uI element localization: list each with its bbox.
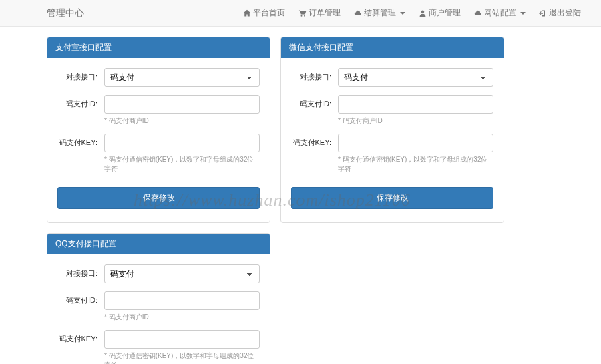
wechat-key-label: 码支付KEY: <box>291 134 338 148</box>
alipay-interface-label: 对接接口: <box>57 68 104 82</box>
svg-point-1 <box>304 15 305 16</box>
logout-icon <box>539 9 547 17</box>
wechat-panel-body: 对接接口: 码支付 码支付ID: * 码支付商户ID 码支付KEY: * 码支付… <box>281 58 504 222</box>
nav-settlement[interactable]: 结算管理 <box>354 7 405 19</box>
qq-id-help: * 码支付商户ID <box>104 313 260 322</box>
nav-orders[interactable]: 订单管理 <box>298 7 341 19</box>
cloud-icon <box>474 9 482 17</box>
wechat-id-input[interactable] <box>338 95 493 114</box>
alipay-key-label: 码支付KEY: <box>57 134 104 148</box>
wechat-panel: 微信支付接口配置 对接接口: 码支付 码支付ID: * 码支付商户ID 码支付K… <box>280 37 504 223</box>
nav-site-config[interactable]: 网站配置 <box>474 7 526 19</box>
main-container: 支付宝接口配置 对接接口: 码支付 码支付ID: * 码支付商户ID 码支付KE… <box>47 37 594 364</box>
top-navbar: 管理中心 平台首页 订单管理 结算管理 商户管理 网站配置 退出登陆 <box>0 0 601 27</box>
cart-icon <box>298 9 307 17</box>
alipay-save-button[interactable]: 保存修改 <box>57 187 260 209</box>
cloud-icon <box>354 9 362 17</box>
alipay-interface-select[interactable]: 码支付 <box>104 68 260 87</box>
wechat-id-label: 码支付ID: <box>291 95 338 109</box>
wechat-interface-select[interactable]: 码支付 <box>338 68 493 87</box>
qq-panel-body: 对接接口: 码支付 码支付ID: * 码支付商户ID 码支付KEY: * 码支付… <box>47 254 270 364</box>
alipay-panel: 支付宝接口配置 对接接口: 码支付 码支付ID: * 码支付商户ID 码支付KE… <box>47 37 270 223</box>
wechat-key-input[interactable] <box>338 134 493 152</box>
qq-key-help: * 码支付通信密钥(KEY)，以数字和字母组成的32位字符 <box>104 351 260 364</box>
qq-interface-select[interactable]: 码支付 <box>104 264 260 283</box>
nav-menu: 平台首页 订单管理 结算管理 商户管理 网站配置 退出登陆 <box>236 7 588 19</box>
qq-panel-title: QQ支付接口配置 <box>47 234 270 254</box>
caret-icon <box>400 12 405 15</box>
alipay-id-input[interactable] <box>104 95 260 114</box>
caret-icon <box>520 12 526 15</box>
alipay-key-input[interactable] <box>104 134 260 152</box>
home-icon <box>243 9 251 17</box>
alipay-panel-body: 对接接口: 码支付 码支付ID: * 码支付商户ID 码支付KEY: * 码支付… <box>47 58 270 222</box>
nav-home[interactable]: 平台首页 <box>243 7 285 19</box>
qq-panel: QQ支付接口配置 对接接口: 码支付 码支付ID: * 码支付商户ID 码支付K… <box>47 233 270 364</box>
qq-id-input[interactable] <box>104 291 260 310</box>
qq-key-input[interactable] <box>104 330 260 349</box>
alipay-key-help: * 码支付通信密钥(KEY)，以数字和字母组成的32位字符 <box>104 155 260 174</box>
alipay-id-help: * 码支付商户ID <box>104 116 260 126</box>
nav-logout[interactable]: 退出登陆 <box>539 7 581 19</box>
qq-interface-label: 对接接口: <box>57 264 104 279</box>
user-icon <box>419 9 427 17</box>
brand-title: 管理中心 <box>13 7 84 19</box>
svg-point-0 <box>301 15 303 16</box>
qq-id-label: 码支付ID: <box>57 291 104 305</box>
alipay-id-label: 码支付ID: <box>57 95 104 109</box>
wechat-interface-label: 对接接口: <box>291 68 338 82</box>
svg-point-2 <box>421 10 425 13</box>
wechat-panel-title: 微信支付接口配置 <box>281 37 504 58</box>
alipay-panel-title: 支付宝接口配置 <box>47 37 270 58</box>
qq-key-label: 码支付KEY: <box>57 330 104 344</box>
wechat-key-help: * 码支付通信密钥(KEY)，以数字和字母组成的32位字符 <box>338 155 493 174</box>
wechat-id-help: * 码支付商户ID <box>338 116 493 126</box>
nav-merchant[interactable]: 商户管理 <box>419 7 461 19</box>
wechat-save-button[interactable]: 保存修改 <box>291 187 493 209</box>
